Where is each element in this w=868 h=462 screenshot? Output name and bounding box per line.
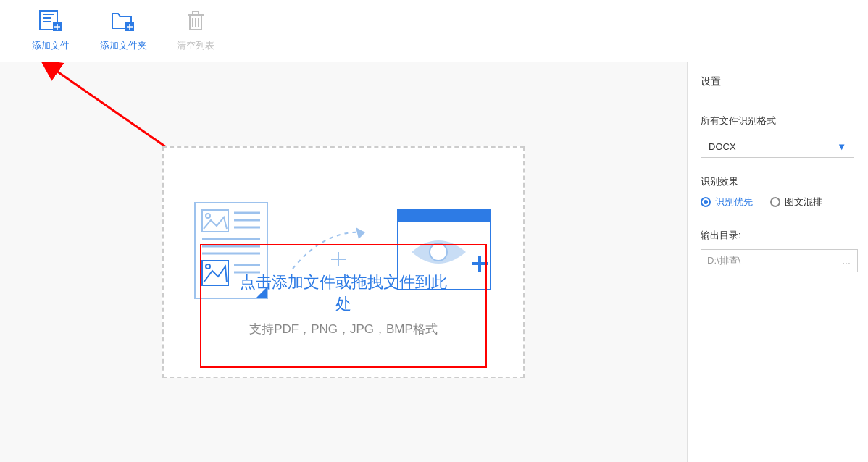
add-folder-button[interactable]: 添加文件夹: [87, 0, 159, 62]
clear-list-button[interactable]: 清空列表: [159, 0, 232, 62]
effect-label: 识别效果: [701, 175, 858, 188]
format-select[interactable]: DOCX ▼: [701, 135, 854, 158]
output-path-input[interactable]: [701, 249, 835, 272]
radio-icon: [770, 197, 780, 207]
svg-point-21: [206, 214, 210, 218]
format-label: 所有文件识别格式: [701, 114, 858, 127]
radio-image-text-mix[interactable]: 图文混排: [770, 196, 822, 209]
dropzone[interactable]: 点击添加文件或拖拽文件到此处 支持PDF，PNG，JPG，BMP格式: [162, 146, 525, 378]
svg-marker-33: [356, 227, 365, 239]
dropzone-subtitle: 支持PDF，PNG，JPG，BMP格式: [235, 321, 452, 337]
main-content: 点击添加文件或拖拽文件到此处 支持PDF，PNG，JPG，BMP格式: [0, 62, 687, 462]
annotation-red-box: 点击添加文件或拖拽文件到此处 支持PDF，PNG，JPG，BMP格式: [200, 244, 487, 368]
clear-list-label: 清空列表: [177, 39, 214, 52]
add-folder-icon: [111, 9, 135, 33]
radio-icon: [701, 197, 711, 207]
add-file-label: 添加文件: [32, 39, 70, 52]
svg-rect-37: [398, 210, 491, 222]
add-folder-label: 添加文件夹: [100, 39, 147, 52]
browse-button[interactable]: ...: [835, 249, 858, 272]
svg-rect-15: [193, 12, 199, 14]
settings-sidebar: 设置 所有文件识别格式 DOCX ▼ 识别效果 识别优先 图文混排 输出目录: …: [687, 62, 868, 462]
trash-icon: [185, 9, 206, 33]
format-select-value: DOCX: [709, 141, 736, 152]
radio-recognition-priority[interactable]: 识别优先: [701, 196, 753, 209]
output-label: 输出目录:: [701, 229, 858, 242]
dropzone-title: 点击添加文件或拖拽文件到此处: [235, 272, 452, 315]
add-file-icon: [38, 9, 63, 33]
add-file-button[interactable]: 添加文件: [14, 0, 87, 62]
sidebar-title: 设置: [701, 75, 858, 88]
chevron-down-icon: ▼: [837, 141, 846, 152]
